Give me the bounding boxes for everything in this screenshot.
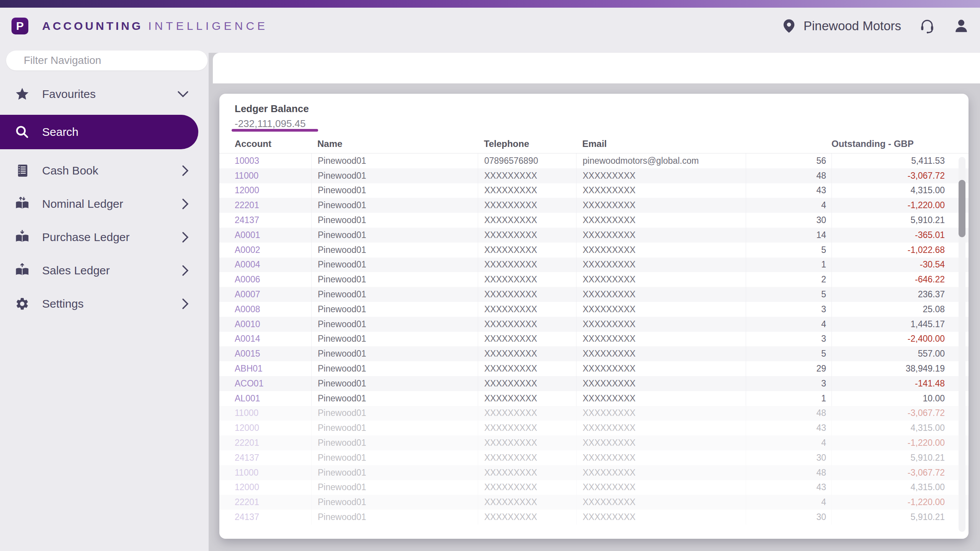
account-link[interactable]: AL001: [235, 393, 260, 404]
table-row[interactable]: ABH01 Pinewood01 XXXXXXXXX XXXXXXXXX 29 …: [219, 361, 969, 376]
user-account-icon[interactable]: [953, 18, 969, 34]
tab-ledger-balance[interactable]: Ledger Balance -232,111,095.45: [235, 103, 309, 130]
table-row[interactable]: A0002 Pinewood01 XXXXXXXXX XXXXXXXXX 5 -…: [219, 243, 969, 258]
account-link[interactable]: 22201: [235, 497, 259, 507]
table-row[interactable]: 11000 Pinewood01 XXXXXXXXX XXXXXXXXX 48 …: [219, 168, 969, 183]
cell-email: XXXXXXXXX: [576, 376, 746, 391]
cell-telephone: XXXXXXXXX: [478, 376, 576, 391]
table-row[interactable]: ACO01 Pinewood01 XXXXXXXXX XXXXXXXXX 3 -…: [219, 376, 969, 391]
table-row[interactable]: 22201 Pinewood01 XXXXXXXXX XXXXXXXXX 4 -…: [219, 495, 969, 510]
account-link[interactable]: A0014: [235, 334, 260, 344]
table-row[interactable]: 12000 Pinewood01 XXXXXXXXX XXXXXXXXX 43 …: [219, 480, 969, 495]
cell-name: Pinewood01: [311, 361, 478, 376]
cell-outstanding: -646.22: [831, 272, 969, 287]
account-link[interactable]: A0007: [235, 289, 260, 300]
cell-email: XXXXXXXXX: [576, 272, 746, 287]
chevron-right-icon: [182, 298, 189, 310]
table-row[interactable]: 12000 Pinewood01 XXXXXXXXX XXXXXXXXX 43 …: [219, 421, 969, 435]
table-row[interactable]: AL001 Pinewood01 XXXXXXXXX XXXXXXXXX 1 1…: [219, 391, 969, 406]
table-body: 10003 Pinewood01 07896576890 pinewoodmot…: [219, 153, 969, 525]
account-link[interactable]: 22201: [235, 200, 259, 210]
cell-name: Pinewood01: [311, 495, 478, 510]
column-header-email: Email: [576, 139, 746, 149]
table-row[interactable]: A0007 Pinewood01 XXXXXXXXX XXXXXXXXX 5 2…: [219, 287, 969, 302]
table-scrollbar-thumb[interactable]: [959, 180, 965, 237]
table-row[interactable]: 24137 Pinewood01 XXXXXXXXX XXXXXXXXX 30 …: [219, 510, 969, 525]
cash-book-icon: [14, 163, 31, 178]
sidebar-item-favourites[interactable]: Favourites: [0, 81, 209, 108]
table-row[interactable]: A0014 Pinewood01 XXXXXXXXX XXXXXXXXX 3 -…: [219, 332, 969, 347]
table-row[interactable]: 11000 Pinewood01 XXXXXXXXX XXXXXXXXX 48 …: [219, 465, 969, 480]
account-link[interactable]: 11000: [235, 171, 258, 181]
cell-email: pinewoodmotors@global.com: [576, 153, 746, 168]
cell-count: 48: [746, 406, 831, 421]
account-link[interactable]: 11000: [235, 408, 258, 418]
table-row[interactable]: A0015 Pinewood01 XXXXXXXXX XXXXXXXXX 5 5…: [219, 346, 969, 361]
table-row[interactable]: 24137 Pinewood01 XXXXXXXXX XXXXXXXXX 30 …: [219, 213, 969, 228]
account-link[interactable]: A0004: [235, 259, 260, 270]
cell-outstanding: -1,220.00: [831, 495, 969, 510]
cell-name: Pinewood01: [311, 168, 478, 183]
sidebar-item-nominal-ledger[interactable]: Nominal Ledger: [0, 191, 209, 217]
table-row[interactable]: A0004 Pinewood01 XXXXXXXXX XXXXXXXXX 1 -…: [219, 258, 969, 272]
account-link[interactable]: A0002: [235, 245, 260, 255]
table-row[interactable]: 24137 Pinewood01 XXXXXXXXX XXXXXXXXX 30 …: [219, 450, 969, 465]
cell-outstanding: 1,445.17: [831, 317, 969, 332]
account-link[interactable]: 12000: [235, 423, 259, 433]
cell-email: XXXXXXXXX: [576, 213, 746, 228]
cell-telephone: XXXXXXXXX: [478, 317, 576, 332]
table-row[interactable]: 11000 Pinewood01 XXXXXXXXX XXXXXXXXX 48 …: [219, 406, 969, 421]
cell-name: Pinewood01: [311, 228, 478, 243]
table-row[interactable]: A0008 Pinewood01 XXXXXXXXX XXXXXXXXX 3 2…: [219, 302, 969, 317]
cell-telephone: XXXXXXXXX: [478, 450, 576, 465]
sidebar-item-settings[interactable]: Settings: [0, 290, 209, 317]
cell-telephone: XXXXXXXXX: [478, 435, 576, 450]
cell-telephone: XXXXXXXXX: [478, 302, 576, 317]
sidebar-item-purchase-ledger[interactable]: Purchase Ledger: [0, 224, 209, 251]
cell-email: XXXXXXXXX: [576, 228, 746, 243]
cell-outstanding: -1,022.68: [831, 243, 969, 258]
cell-count: 43: [746, 480, 831, 495]
account-link[interactable]: 12000: [235, 185, 259, 196]
sidebar-item-cash-book[interactable]: Cash Book: [0, 157, 209, 184]
account-link[interactable]: 24137: [235, 512, 259, 522]
cell-count: 5: [746, 243, 831, 258]
sidebar-item-sales-ledger[interactable]: Sales Ledger: [0, 257, 209, 284]
cell-name: Pinewood01: [311, 243, 478, 258]
account-link[interactable]: 22201: [235, 438, 259, 448]
cell-telephone: XXXXXXXXX: [478, 183, 576, 198]
filter-navigation-input[interactable]: [6, 51, 207, 70]
table-row[interactable]: A0010 Pinewood01 XXXXXXXXX XXXXXXXXX 4 1…: [219, 317, 969, 332]
cell-name: Pinewood01: [311, 183, 478, 198]
account-link[interactable]: A0015: [235, 349, 260, 359]
table-scrollbar-track[interactable]: [959, 157, 965, 532]
sidebar-item-label: Nominal Ledger: [42, 197, 123, 210]
table-row[interactable]: 22201 Pinewood01 XXXXXXXXX XXXXXXXXX 4 -…: [219, 435, 969, 450]
account-link[interactable]: A0008: [235, 304, 260, 315]
account-link[interactable]: 12000: [235, 482, 259, 492]
sidebar-item-search[interactable]: Search: [0, 115, 198, 149]
account-link[interactable]: A0001: [235, 230, 260, 240]
chevron-right-icon: [182, 198, 189, 210]
table-row[interactable]: A0006 Pinewood01 XXXXXXXXX XXXXXXXXX 2 -…: [219, 272, 969, 287]
cell-name: Pinewood01: [311, 198, 478, 213]
account-link[interactable]: 24137: [235, 215, 259, 225]
account-link[interactable]: 11000: [235, 468, 258, 478]
account-link[interactable]: A0006: [235, 274, 260, 285]
table-row[interactable]: A0001 Pinewood01 XXXXXXXXX XXXXXXXXX 14 …: [219, 228, 969, 243]
table-row[interactable]: 22201 Pinewood01 XXXXXXXXX XXXXXXXXX 4 -…: [219, 198, 969, 213]
table-row[interactable]: 12000 Pinewood01 XXXXXXXXX XXXXXXXXX 43 …: [219, 183, 969, 198]
cell-telephone: XXXXXXXXX: [478, 495, 576, 510]
table-row[interactable]: 10003 Pinewood01 07896576890 pinewoodmot…: [219, 153, 969, 168]
cell-email: XXXXXXXXX: [576, 495, 746, 510]
company-selector[interactable]: Pinewood Motors: [781, 18, 901, 34]
account-link[interactable]: 10003: [235, 156, 259, 166]
cell-count: 48: [746, 465, 831, 480]
account-link[interactable]: 24137: [235, 453, 259, 463]
account-link[interactable]: ABH01: [235, 364, 263, 374]
support-headset-icon[interactable]: [919, 18, 936, 34]
column-header-account: Account: [219, 139, 311, 149]
cell-telephone: 07896576890: [478, 153, 576, 168]
account-link[interactable]: A0010: [235, 319, 260, 329]
account-link[interactable]: ACO01: [235, 378, 263, 389]
